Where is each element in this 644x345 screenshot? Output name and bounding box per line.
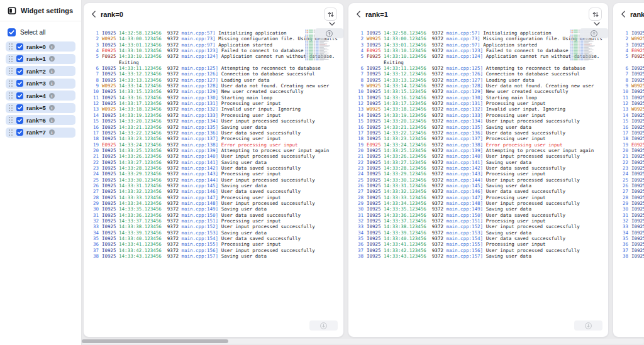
line-number: 25 <box>351 177 364 183</box>
line-number: 5 <box>86 53 99 59</box>
log-line: 12I0925 14:33:17.123456 9372 main.cpp:13… <box>351 101 607 106</box>
drag-handle-icon[interactable] <box>9 80 13 87</box>
sort-button[interactable] <box>589 8 602 21</box>
rank-checkbox[interactable] <box>16 129 23 136</box>
log-line: 35I0925 14:33:40.123456 9372 main.cpp:15… <box>616 236 644 241</box>
line-number: 3 <box>86 42 99 48</box>
log-text: I0925 14:33:36.123456 9372 main.cpp:150]… <box>367 212 565 218</box>
scroll-to-bottom-button[interactable] <box>574 320 602 331</box>
info-icon[interactable]: i <box>49 118 55 123</box>
line-number: 33 <box>616 224 628 229</box>
log-text: I0925 14:33:20.123456 9372 main.cpp:134]… <box>631 118 644 124</box>
line-number: 23 <box>86 165 99 171</box>
log-line: 32I0925 14:33:37.123456 9372 main.cpp:15… <box>351 218 607 224</box>
drag-handle-icon[interactable] <box>9 92 13 99</box>
log-line: 8I0925 14:33:13.123456 9372 main.cpp:127… <box>351 77 607 83</box>
horizontal-scrollbar-thumb[interactable] <box>82 339 228 343</box>
sidebar-item-rank-3[interactable]: rank=3 i <box>6 79 75 89</box>
log-text: I0925 14:33:19.123456 9372 main.cpp:133]… <box>631 112 644 118</box>
line-number: 34 <box>616 230 628 236</box>
line-number: 28 <box>86 195 99 200</box>
drag-handle-icon[interactable] <box>9 129 13 136</box>
log-line: 29I0925 14:33:34.123456 9372 main.cpp:14… <box>86 200 342 206</box>
scroll-to-bottom-button[interactable] <box>309 320 338 331</box>
back-chevron-button[interactable] <box>621 11 626 18</box>
log-line: 3I0925 14:33:01.123456 9372 main.cpp:97]… <box>616 42 644 48</box>
info-icon[interactable]: i <box>49 44 55 50</box>
log-line: 36I0925 14:33:41.123456 9372 main.cpp:15… <box>351 241 607 247</box>
log-text: I0925 14:33:15.123456 9372 main.cpp:129]… <box>102 89 304 94</box>
rank-checkbox[interactable] <box>16 104 23 111</box>
line-number: 35 <box>616 236 628 241</box>
info-icon[interactable]: i <box>49 80 55 86</box>
rank-checkbox[interactable] <box>16 117 23 124</box>
log-line: 23I0925 14:33:28.123456 9372 main.cpp:14… <box>616 165 644 171</box>
line-number: 18 <box>351 136 364 141</box>
sort-button[interactable] <box>324 8 337 21</box>
line-number: 16 <box>616 124 628 130</box>
log-text: W0925 14:33:18.123456 9372 main.cpp:132]… <box>631 106 644 112</box>
rank-checkbox[interactable] <box>16 92 23 99</box>
log-line: 29I0925 14:33:34.123456 9372 main.cpp:14… <box>616 200 644 206</box>
scroll-to-top-button[interactable] <box>580 28 608 38</box>
line-number: 16 <box>351 124 364 130</box>
log-line: 38I0925 14:33:43.123456 9372 main.cpp:15… <box>351 253 607 259</box>
drag-handle-icon[interactable] <box>9 68 13 74</box>
sidebar-item-rank-0[interactable]: rank=0 i <box>6 41 75 52</box>
info-icon[interactable]: i <box>49 93 55 99</box>
rank-checkbox[interactable] <box>16 43 23 50</box>
sidebar-item-rank-5[interactable]: rank=5 i <box>6 103 75 113</box>
line-number: 15 <box>86 118 99 124</box>
rank-checkbox[interactable] <box>16 55 23 62</box>
chevron-down-icon[interactable] <box>329 22 335 26</box>
log-line: 34I0925 14:33:39.123456 9372 main.cpp:15… <box>616 230 644 236</box>
log-text: I0925 14:33:32.123456 9372 main.cpp:146]… <box>102 189 301 194</box>
log-line: 20I0925 14:33:25.123456 9372 main.cpp:13… <box>86 148 342 153</box>
log-line: 16I0925 14:33:21.123456 9372 main.cpp:13… <box>616 124 644 130</box>
info-icon[interactable]: i <box>49 129 55 135</box>
log-text: I0925 14:33:21.123456 9372 main.cpp:135]… <box>102 124 267 130</box>
sidebar-item-rank-2[interactable]: rank=2 i <box>6 66 75 76</box>
line-number: 36 <box>86 241 99 247</box>
rank-checkbox[interactable] <box>16 68 23 75</box>
log-line: 17I0925 14:33:22.123456 9372 main.cpp:13… <box>86 130 342 136</box>
log-text: E0925 14:33:24.123456 9372 main.cpp:138]… <box>102 142 298 148</box>
info-icon[interactable]: i <box>49 68 55 74</box>
sidebar-item-rank-6[interactable]: rank=6 i <box>6 115 75 125</box>
line-number: 26 <box>86 183 99 189</box>
log-line: 1I0925 14:32:58.123456 9372 main.cpp:57]… <box>86 30 342 36</box>
log-line: 32I0925 14:33:37.123456 9372 main.cpp:15… <box>616 218 644 224</box>
log-text: I0925 14:33:43.123456 9372 main.cpp:157]… <box>631 253 644 259</box>
sidebar-item-rank-1[interactable]: rank=1 i <box>6 54 75 64</box>
back-chevron-button[interactable] <box>91 11 96 18</box>
back-chevron-button[interactable] <box>356 11 361 18</box>
log-text: I0925 14:33:11.123456 9372 main.cpp:125]… <box>102 65 321 71</box>
drag-handle-icon[interactable] <box>9 56 13 62</box>
log-line: 3I0925 14:33:01.123456 9372 main.cpp:97]… <box>351 42 607 48</box>
log-line: 7I0925 14:33:12.123456 9372 main.cpp:126… <box>86 71 342 77</box>
log-line: 10I0925 14:33:15.123456 9372 main.cpp:12… <box>86 89 342 94</box>
info-icon[interactable]: i <box>49 56 55 62</box>
line-number: 3 <box>616 42 628 48</box>
sidebar-item-rank-7[interactable]: rank=7 i <box>6 128 75 138</box>
drag-handle-icon[interactable] <box>9 105 13 111</box>
horizontal-scrollbar-track[interactable] <box>82 339 644 344</box>
drag-handle-icon[interactable] <box>9 117 13 123</box>
select-all-checkbox[interactable] <box>8 28 16 36</box>
rank-checkbox[interactable] <box>16 80 23 87</box>
sidebar-item-rank-4[interactable]: rank=4 i <box>6 90 75 101</box>
line-number: 23 <box>616 165 628 171</box>
log-text: I0925 14:33:41.123456 9372 main.cpp:155]… <box>102 241 280 247</box>
log-text: I0925 14:33:19.123456 9372 main.cpp:133]… <box>102 112 280 118</box>
drag-handle-icon[interactable] <box>9 43 13 50</box>
log-text: I0925 14:33:38.123456 9372 main.cpp:152]… <box>631 224 644 229</box>
scroll-to-top-button[interactable] <box>315 28 343 38</box>
line-number: 5 <box>351 53 364 59</box>
log-text: I0925 14:33:32.123456 9372 main.cpp:146]… <box>367 189 565 194</box>
info-icon[interactable]: i <box>49 105 55 111</box>
line-number: 10 <box>616 89 628 94</box>
line-number: 33 <box>351 224 364 229</box>
line-number: 19 <box>86 142 99 148</box>
line-number: 26 <box>616 183 628 189</box>
chevron-down-icon[interactable] <box>594 22 600 26</box>
